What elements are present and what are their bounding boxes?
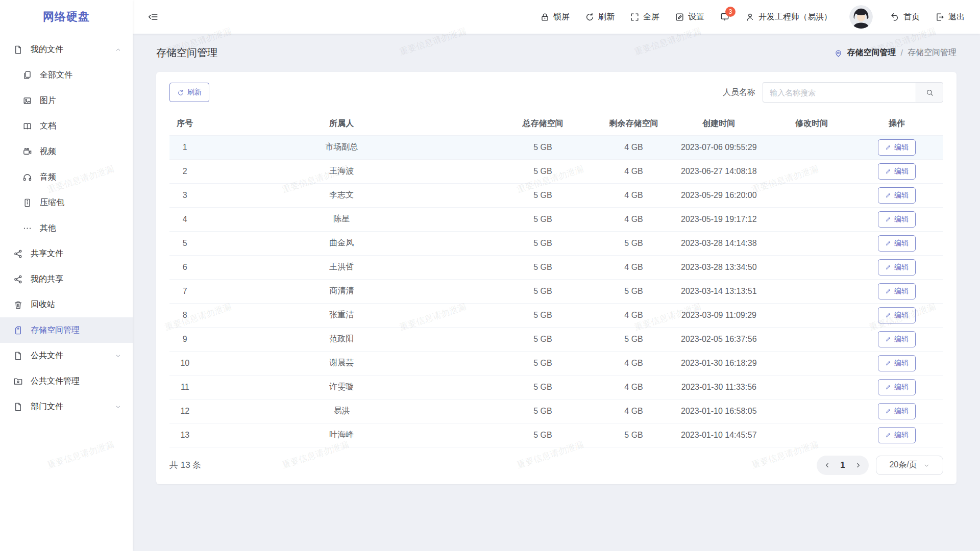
undo-icon bbox=[890, 12, 900, 22]
sidebar-item-label: 文档 bbox=[40, 121, 56, 132]
edit-button[interactable]: 编辑 bbox=[878, 403, 916, 419]
sidebar-item-audio[interactable]: 音频 bbox=[0, 164, 133, 190]
edit-button[interactable]: 编辑 bbox=[878, 427, 916, 443]
sidebar-item-recycle-bin[interactable]: 回收站 bbox=[0, 292, 133, 317]
card-toolbar: 刷新 人员名称 bbox=[169, 82, 943, 103]
sidebar-item-my-files[interactable]: 我的文件 bbox=[0, 37, 133, 62]
cell-actions: 编辑 bbox=[850, 159, 943, 183]
current-page[interactable]: 1 bbox=[839, 460, 846, 470]
edit-button[interactable]: 编辑 bbox=[878, 187, 916, 204]
logout-button[interactable]: 退出 bbox=[935, 12, 965, 22]
sidebar-item-label: 公共文件管理 bbox=[31, 376, 80, 387]
cell-free-storage: 4 GB bbox=[603, 303, 665, 327]
app-logo: 网络硬盘 bbox=[0, 0, 133, 34]
sidebar-item-label: 音频 bbox=[40, 172, 56, 183]
column-header-3: 剩余存储空间 bbox=[603, 113, 665, 135]
edit-button[interactable]: 编辑 bbox=[878, 163, 916, 180]
sidebar-item-my-shares[interactable]: 我的共享 bbox=[0, 266, 133, 292]
table-header-row: 序号所属人总存储空间剩余存储空间创建时间修改时间操作 bbox=[169, 113, 943, 135]
sidebar-item-department-files[interactable]: 部门文件 bbox=[0, 394, 133, 419]
pencil-icon bbox=[885, 408, 892, 414]
edit-button-label: 编辑 bbox=[894, 263, 909, 272]
next-page-button[interactable] bbox=[854, 462, 862, 469]
share-icon bbox=[13, 274, 23, 284]
page-size-value: 20条/页 bbox=[889, 460, 917, 470]
cell-total-storage: 5 GB bbox=[483, 159, 603, 183]
cell-total-storage: 5 GB bbox=[483, 351, 603, 375]
lock-screen-button[interactable]: 锁屏 bbox=[540, 12, 570, 22]
sidebar-item-label: 其他 bbox=[40, 223, 56, 234]
table-row: 2王海波5 GB4 GB2023-06-27 14:08:18编辑 bbox=[169, 159, 943, 183]
table-row: 10谢晨芸5 GB4 GB2023-01-30 16:18:29编辑 bbox=[169, 351, 943, 375]
pencil-icon bbox=[885, 168, 892, 174]
notification-button[interactable]: 3 bbox=[720, 12, 730, 22]
sidebar-item-shared-files[interactable]: 共享文件 bbox=[0, 241, 133, 266]
cell-index: 4 bbox=[169, 207, 201, 231]
home-button[interactable]: 首页 bbox=[890, 12, 920, 22]
image-icon bbox=[22, 96, 32, 106]
sidebar-collapse-button[interactable] bbox=[148, 11, 159, 22]
menu-fold-icon bbox=[148, 11, 159, 22]
edit-button[interactable]: 编辑 bbox=[878, 259, 916, 276]
sidebar-item-storage-management[interactable]: 存储空间管理 bbox=[0, 317, 133, 343]
edit-button[interactable]: 编辑 bbox=[878, 283, 916, 299]
edit-button-label: 编辑 bbox=[894, 359, 909, 368]
prev-page-button[interactable] bbox=[824, 462, 831, 469]
document-icon bbox=[13, 402, 23, 412]
edit-button[interactable]: 编辑 bbox=[878, 379, 916, 395]
edit-button[interactable]: 编辑 bbox=[878, 307, 916, 323]
sidebar-item-archives[interactable]: 压缩包 bbox=[0, 190, 133, 215]
pencil-icon bbox=[885, 240, 892, 246]
sidebar-item-documents[interactable]: 文档 bbox=[0, 113, 133, 139]
avatar-image bbox=[849, 5, 873, 29]
edit-button[interactable]: 编辑 bbox=[878, 211, 916, 228]
fullscreen-button[interactable]: 全屏 bbox=[630, 12, 659, 22]
search-button[interactable] bbox=[916, 82, 943, 103]
cell-created-time: 2023-03-09 11:09:29 bbox=[665, 303, 773, 327]
book-icon bbox=[22, 121, 32, 131]
cell-total-storage: 5 GB bbox=[483, 183, 603, 207]
topbar: 锁屏刷新全屏设置 3 开发工程师（易洪） bbox=[133, 0, 980, 34]
undo-icon bbox=[890, 12, 900, 21]
table-body: 1市场副总5 GB4 GB2023-07-06 09:55:29编辑2王海波5 … bbox=[169, 135, 943, 447]
search-icon bbox=[925, 88, 934, 97]
page-size-select[interactable]: 20条/页 bbox=[876, 456, 943, 475]
sidebar-item-all-files[interactable]: 全部文件 bbox=[0, 62, 133, 88]
refresh-button[interactable]: 刷新 bbox=[585, 12, 615, 22]
cell-free-storage: 4 GB bbox=[603, 255, 665, 279]
settings-button[interactable]: 设置 bbox=[675, 12, 704, 22]
fullscreen-icon bbox=[630, 12, 640, 22]
pencil-icon bbox=[885, 360, 892, 366]
column-header-6: 操作 bbox=[850, 113, 943, 135]
folder-manage-icon bbox=[13, 377, 23, 386]
edit-button[interactable]: 编辑 bbox=[878, 355, 916, 371]
cell-modified-time bbox=[773, 375, 850, 399]
cell-actions: 编辑 bbox=[850, 135, 943, 159]
refresh-button[interactable]: 刷新 bbox=[169, 83, 209, 102]
search-group: 人员名称 bbox=[723, 82, 943, 103]
edit-button[interactable]: 编辑 bbox=[878, 139, 916, 156]
user-role[interactable]: 开发工程师（易洪） bbox=[745, 12, 832, 22]
sidebar-item-public-file-management[interactable]: 公共文件管理 bbox=[0, 368, 133, 394]
sidebar-item-images[interactable]: 图片 bbox=[0, 88, 133, 113]
edit-button[interactable]: 编辑 bbox=[878, 235, 916, 252]
logout-icon bbox=[935, 12, 945, 22]
cell-owner: 王海波 bbox=[201, 159, 483, 183]
sidebar-item-videos[interactable]: 视频 bbox=[0, 139, 133, 164]
avatar[interactable] bbox=[849, 5, 873, 29]
zip-icon bbox=[22, 198, 32, 208]
sidebar-item-public-files[interactable]: 公共文件 bbox=[0, 343, 133, 368]
pencil-icon bbox=[885, 432, 892, 438]
table-row: 7商清清5 GB5 GB2023-03-14 13:13:51编辑 bbox=[169, 279, 943, 303]
sidebar-menu: 我的文件全部文件图片文档视频音频压缩包其他共享文件我的共享回收站存储空间管理公共… bbox=[0, 34, 133, 419]
cell-free-storage: 5 GB bbox=[603, 423, 665, 447]
cell-actions: 编辑 bbox=[850, 207, 943, 231]
cell-actions: 编辑 bbox=[850, 183, 943, 207]
edit-button-label: 编辑 bbox=[894, 335, 909, 344]
edit-button[interactable]: 编辑 bbox=[878, 331, 916, 347]
refresh-icon bbox=[585, 12, 595, 22]
column-header-0: 序号 bbox=[169, 113, 201, 135]
sidebar-item-others[interactable]: 其他 bbox=[0, 215, 133, 241]
search-input[interactable] bbox=[763, 82, 916, 103]
files-icon bbox=[22, 70, 32, 80]
